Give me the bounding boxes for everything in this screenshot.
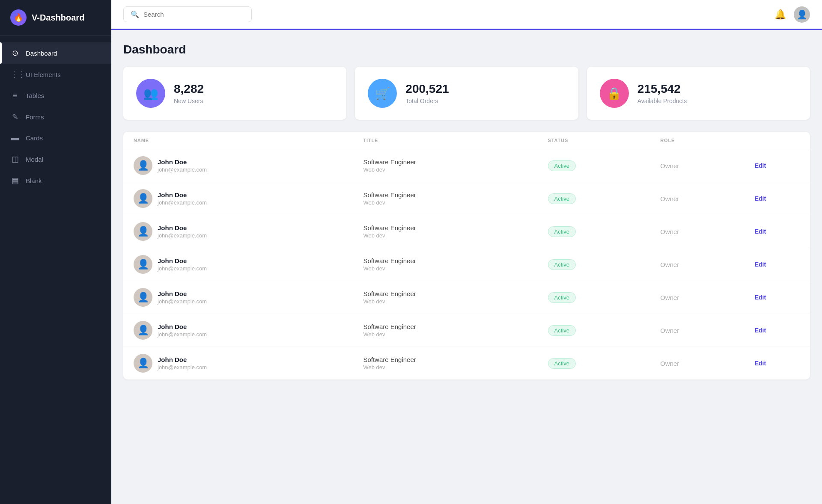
status-badge-3: Active bbox=[548, 259, 576, 270]
page-title: Dashboard bbox=[123, 43, 810, 56]
sidebar-item-modal[interactable]: ◫ Modal bbox=[0, 148, 111, 170]
user-cell-3: 👤 John Doe john@example.com bbox=[134, 255, 359, 274]
title-cell-4: Software Engineer Web dev bbox=[363, 290, 543, 305]
user-email-4: john@example.com bbox=[158, 298, 207, 305]
nav-icon-cards: ▬ bbox=[10, 133, 20, 142]
stat-icon-total-orders: 🛒 bbox=[368, 79, 397, 108]
nav-label-modal: Modal bbox=[26, 156, 43, 163]
nav-icon-forms: ✎ bbox=[10, 112, 20, 122]
avatar-3: 👤 bbox=[134, 255, 152, 274]
nav-label-blank: Blank bbox=[26, 177, 42, 184]
status-cell-5: Active bbox=[548, 325, 656, 336]
status-cell-0: Active bbox=[548, 160, 656, 171]
stat-icon-new-users: 👥 bbox=[136, 79, 165, 108]
user-info-4: John Doe john@example.com bbox=[158, 290, 207, 305]
sidebar-item-tables[interactable]: ≡ Tables bbox=[0, 85, 111, 106]
table-header: NAME TITLE STATUS ROLE bbox=[123, 132, 810, 149]
title-main-3: Software Engineer bbox=[363, 257, 543, 264]
sidebar-logo: 🔥 V-Dashboard bbox=[0, 0, 111, 36]
nav-label-forms: Forms bbox=[26, 113, 44, 121]
status-badge-5: Active bbox=[548, 325, 576, 336]
title-cell-6: Software Engineer Web dev bbox=[363, 356, 543, 371]
sidebar-item-dashboard[interactable]: ⊙ Dashboard bbox=[0, 42, 111, 64]
title-cell-1: Software Engineer Web dev bbox=[363, 191, 543, 206]
stat-number-new-users: 8,282 bbox=[174, 82, 204, 96]
user-name-1: John Doe bbox=[158, 191, 207, 199]
action-cell-4: Edit bbox=[755, 294, 800, 301]
role-cell-5: Owner bbox=[660, 327, 751, 334]
status-badge-6: Active bbox=[548, 358, 576, 369]
edit-button-0[interactable]: Edit bbox=[755, 162, 766, 169]
search-icon: 🔍 bbox=[131, 10, 139, 18]
action-cell-1: Edit bbox=[755, 195, 800, 202]
table-row: 👤 John Doe john@example.com Software Eng… bbox=[123, 215, 810, 248]
user-info-5: John Doe john@example.com bbox=[158, 323, 207, 338]
title-sub-4: Web dev bbox=[363, 298, 543, 305]
user-name-0: John Doe bbox=[158, 158, 207, 166]
edit-button-1[interactable]: Edit bbox=[755, 195, 766, 202]
stat-number-available-products: 215,542 bbox=[637, 82, 687, 96]
status-badge-4: Active bbox=[548, 292, 576, 303]
user-email-3: john@example.com bbox=[158, 265, 207, 272]
nav-icon-blank: ▤ bbox=[10, 176, 20, 185]
user-avatar[interactable]: 👤 bbox=[794, 6, 810, 23]
table-row: 👤 John Doe john@example.com Software Eng… bbox=[123, 281, 810, 314]
avatar-2: 👤 bbox=[134, 222, 152, 241]
stat-number-total-orders: 200,521 bbox=[405, 82, 449, 96]
table-row: 👤 John Doe john@example.com Software Eng… bbox=[123, 248, 810, 281]
user-cell-1: 👤 John Doe john@example.com bbox=[134, 189, 359, 208]
search-input[interactable] bbox=[143, 11, 244, 18]
edit-button-4[interactable]: Edit bbox=[755, 294, 766, 301]
sidebar-item-forms[interactable]: ✎ Forms bbox=[0, 106, 111, 127]
stat-info-total-orders: 200,521 Total Orders bbox=[405, 82, 449, 104]
edit-button-6[interactable]: Edit bbox=[755, 360, 766, 367]
user-name-4: John Doe bbox=[158, 290, 207, 297]
avatar-5: 👤 bbox=[134, 321, 152, 340]
role-cell-3: Owner bbox=[660, 261, 751, 268]
user-info-1: John Doe john@example.com bbox=[158, 191, 207, 206]
title-main-5: Software Engineer bbox=[363, 323, 543, 330]
role-cell-6: Owner bbox=[660, 360, 751, 367]
user-cell-5: 👤 John Doe john@example.com bbox=[134, 321, 359, 340]
action-cell-2: Edit bbox=[755, 228, 800, 235]
title-main-1: Software Engineer bbox=[363, 191, 543, 199]
title-sub-3: Web dev bbox=[363, 265, 543, 272]
stat-info-available-products: 215,542 Available Products bbox=[637, 82, 687, 104]
status-badge-2: Active bbox=[548, 226, 576, 237]
avatar-6: 👤 bbox=[134, 354, 152, 373]
role-cell-2: Owner bbox=[660, 228, 751, 235]
user-info-0: John Doe john@example.com bbox=[158, 158, 207, 173]
bell-icon[interactable]: 🔔 bbox=[774, 9, 786, 20]
col-title: TITLE bbox=[363, 138, 543, 143]
col-role: ROLE bbox=[660, 138, 751, 143]
nav-menu: ⊙ Dashboard ⋮⋮ UI Elements ≡ Tables ✎ Fo… bbox=[0, 36, 111, 504]
nav-label-ui-elements: UI Elements bbox=[26, 71, 61, 78]
nav-label-dashboard: Dashboard bbox=[26, 50, 57, 57]
user-email-5: john@example.com bbox=[158, 331, 207, 338]
user-cell-6: 👤 John Doe john@example.com bbox=[134, 354, 359, 373]
user-email-1: john@example.com bbox=[158, 199, 207, 206]
edit-button-5[interactable]: Edit bbox=[755, 327, 766, 334]
status-cell-3: Active bbox=[548, 259, 656, 270]
title-cell-2: Software Engineer Web dev bbox=[363, 224, 543, 239]
sidebar-item-cards[interactable]: ▬ Cards bbox=[0, 127, 111, 148]
title-main-4: Software Engineer bbox=[363, 290, 543, 297]
stat-card-total-orders: 🛒 200,521 Total Orders bbox=[355, 67, 578, 120]
sidebar-item-blank[interactable]: ▤ Blank bbox=[0, 170, 111, 191]
user-name-5: John Doe bbox=[158, 323, 207, 330]
status-cell-2: Active bbox=[548, 226, 656, 237]
role-cell-1: Owner bbox=[660, 195, 751, 202]
user-info-2: John Doe john@example.com bbox=[158, 224, 207, 239]
action-cell-3: Edit bbox=[755, 261, 800, 268]
edit-button-3[interactable]: Edit bbox=[755, 261, 766, 268]
sidebar-item-ui-elements[interactable]: ⋮⋮ UI Elements bbox=[0, 64, 111, 85]
status-cell-6: Active bbox=[548, 358, 656, 369]
title-cell-3: Software Engineer Web dev bbox=[363, 257, 543, 272]
nav-icon-ui-elements: ⋮⋮ bbox=[10, 70, 20, 79]
edit-button-2[interactable]: Edit bbox=[755, 228, 766, 235]
title-sub-6: Web dev bbox=[363, 364, 543, 371]
stat-label-total-orders: Total Orders bbox=[405, 98, 449, 104]
search-box[interactable]: 🔍 bbox=[123, 6, 252, 22]
nav-icon-modal: ◫ bbox=[10, 154, 20, 164]
title-sub-2: Web dev bbox=[363, 232, 543, 239]
